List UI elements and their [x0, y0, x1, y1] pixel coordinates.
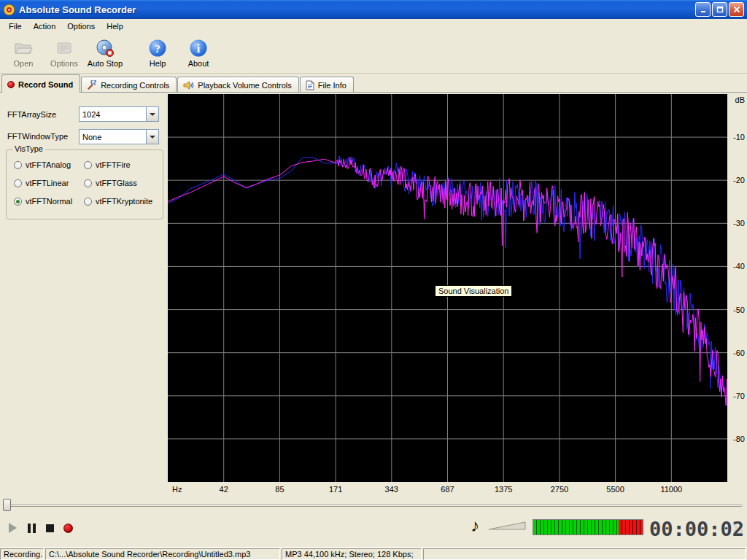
radio-label: vtFFTFire [96, 160, 131, 169]
menu-item-options[interactable]: Options [61, 20, 101, 32]
record-button[interactable] [63, 524, 73, 533]
close-button[interactable] [729, 2, 744, 17]
fft-window-type-combobox[interactable]: None [79, 129, 159, 144]
frequency-axis: Hz428517134368713752750550011000 [168, 483, 727, 497]
radio-indicator [84, 161, 92, 169]
toolbar-button-label: Open [14, 59, 34, 68]
play-icon [9, 523, 17, 533]
minimize-button[interactable] [695, 2, 711, 17]
tab-label: Recording Controls [101, 81, 169, 90]
x-tick-label: 171 [329, 485, 342, 494]
record-sound-panel: FFTArraySize 1024 FFTWindowType None Vis… [0, 92, 747, 497]
radio-label: vtFFTLinear [26, 179, 69, 187]
y-tick-label: -60 [727, 349, 745, 357]
app-window: Absolute Sound Recorder FileActionOption… [0, 0, 747, 560]
radio-label: vtFFTGlass [96, 179, 137, 187]
radio-vtfftglass[interactable]: vtFFTGlass [84, 179, 137, 187]
toolbar: OpenOptionsAuto Stop?HelpiAbout [0, 34, 747, 74]
db-axis: dB-10-20-30-40-50-60-70-80 [728, 94, 746, 482]
x-tick-label: 343 [385, 485, 398, 494]
time-display: 88:88:88 00:00:02 [648, 514, 744, 543]
y-tick-label: -80 [727, 435, 745, 443]
stop-button[interactable] [46, 524, 54, 532]
maximize-button[interactable] [712, 2, 727, 17]
y-tick-label: -40 [727, 262, 745, 271]
fft-window-type-dropdown-button[interactable] [146, 130, 158, 144]
music-note-icon: ♪ [471, 516, 479, 536]
chevron-down-icon [150, 113, 155, 116]
toolbar-separator [125, 39, 137, 68]
status-section-2: MP3 44,100 kHz; Stereo; 128 Kbps; [282, 548, 422, 560]
lcd-time-digits: 00:00:02 [648, 514, 744, 543]
menu-bar: FileActionOptionsHelp [0, 19, 747, 34]
speaker-icon [183, 80, 194, 90]
y-tick-label: -70 [727, 392, 745, 400]
menu-item-file[interactable]: File [3, 20, 28, 32]
sound-visualization-chart: Sound Visualization [168, 94, 727, 482]
toolbar-open-button: Open [3, 35, 44, 71]
radio-vtfftlinear[interactable]: vtFFTLinear [14, 179, 69, 187]
radio-vtfftfire[interactable]: vtFFTFire [84, 160, 131, 169]
radio-vtfftkryptonite[interactable]: vtFFTKryptonite [84, 197, 152, 206]
meter-green-segments [533, 520, 619, 534]
open-folder-icon [14, 39, 33, 58]
stop-icon [46, 524, 54, 532]
vistype-groupbox: VisType vtFFTAnalogvtFFTFirevtFFTLinearv… [6, 149, 163, 219]
pause-button[interactable] [26, 524, 36, 533]
toolbar-about-button[interactable]: iAbout [178, 35, 219, 71]
window-controls [695, 2, 744, 17]
wrench-icon [87, 80, 97, 90]
status-bar: Recording..C:\...\Absolute Sound Recorde… [0, 547, 747, 560]
help-icon: ? [148, 39, 167, 58]
y-tick-label: -10 [727, 133, 745, 141]
tab-file-info[interactable]: File Info [300, 77, 354, 92]
minimize-icon [700, 6, 707, 13]
radio-vtfftnormal[interactable]: vtFFTNormal [14, 197, 72, 206]
tab-playback-volume-controls[interactable]: Playback Volume Controls [177, 77, 298, 92]
x-tick-label: 85 [275, 485, 284, 494]
fft-window-type-value: None [80, 133, 146, 141]
x-tick-label: 42 [220, 485, 228, 494]
transport-bar: ♪ 88:88:88 00:00:02 [0, 512, 747, 547]
x-tick-label: 11000 [660, 485, 682, 494]
menu-item-action[interactable]: Action [28, 20, 62, 32]
record-icon [63, 524, 73, 533]
trackbar-thumb[interactable] [3, 499, 11, 511]
record-icon [7, 81, 15, 88]
radio-indicator [14, 179, 22, 187]
position-trackbar [0, 497, 747, 512]
x-tick-label: 687 [441, 485, 454, 494]
fft-array-size-value: 1024 [80, 110, 146, 119]
radio-indicator [14, 198, 22, 206]
tab-record-sound[interactable]: Record Sound [1, 74, 80, 93]
y-tick-label: -30 [727, 219, 745, 228]
menu-item-help[interactable]: Help [101, 20, 129, 32]
volume-slider[interactable] [487, 519, 528, 534]
file-info-icon [306, 80, 314, 90]
radio-indicator [84, 179, 92, 187]
meter-red-segments [619, 520, 643, 534]
trackbar-groove[interactable] [4, 505, 743, 507]
y-tick-label: -50 [727, 306, 745, 314]
radio-label: vtFFTKryptonite [96, 197, 152, 206]
y-tick-label: dB [727, 96, 745, 104]
fft-array-size-dropdown-button[interactable] [146, 107, 158, 121]
fft-window-type-label: FFTWindowType [7, 132, 68, 141]
window-title: Absolute Sound Recorder [19, 4, 695, 15]
pause-icon [28, 524, 31, 533]
radio-label: vtFFTNormal [26, 197, 72, 206]
pause-icon [33, 524, 36, 533]
transport-buttons [9, 521, 73, 535]
toolbar-help-button[interactable]: ?Help [137, 35, 178, 71]
toolbar-auto-stop-button[interactable]: Auto Stop [85, 35, 125, 71]
y-tick-label: -20 [727, 176, 745, 184]
toolbar-button-label: Options [50, 59, 78, 68]
volume-wedge-icon [489, 522, 525, 529]
radio-vtfftanalog[interactable]: vtFFTAnalog [14, 160, 71, 169]
app-icon [3, 4, 15, 16]
radio-label: vtFFTAnalog [26, 160, 71, 169]
x-tick-label: 5500 [606, 485, 624, 494]
fft-array-size-combobox[interactable]: 1024 [79, 106, 159, 122]
tab-recording-controls[interactable]: Recording Controls [81, 77, 177, 92]
play-button [9, 523, 17, 533]
